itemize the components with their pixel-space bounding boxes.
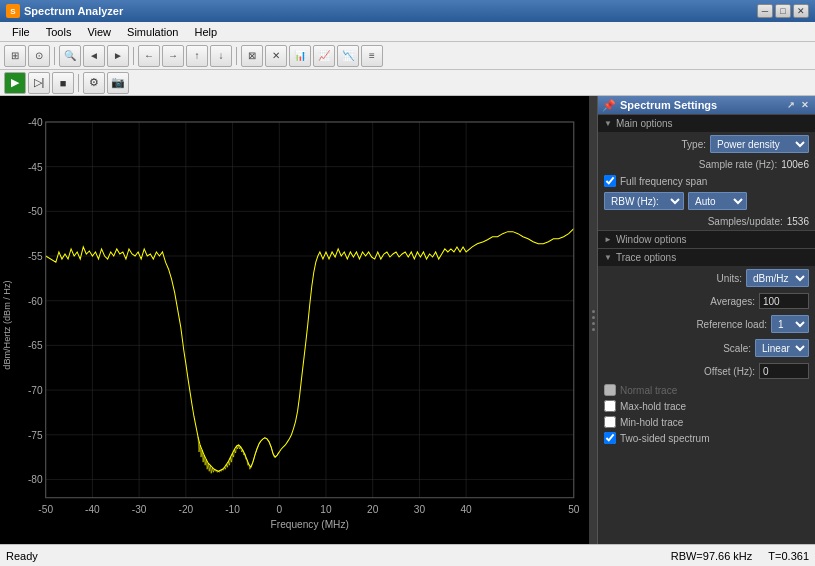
panel-close-button[interactable]: ✕ [799,100,811,110]
type-row: Type: Power density Power spectrum [598,132,815,156]
restore-button[interactable]: □ [775,4,791,18]
svg-text:40: 40 [460,504,472,515]
scale-row: Scale: Linear Log [598,336,815,360]
camera-button[interactable]: 📷 [107,72,129,94]
type-label: Type: [682,139,706,150]
min-hold-label: Min-hold trace [620,417,683,428]
tool-step-forward[interactable]: ► [107,45,129,67]
svg-text:-30: -30 [132,504,147,515]
play-button[interactable]: ▶ [4,72,26,94]
main-content: -40 -45 -50 -55 -60 -65 -70 -75 -80 -50 … [0,96,815,544]
sample-rate-row: Sample rate (Hz): 100e6 [598,156,815,173]
tool-chart3[interactable]: 📉 [337,45,359,67]
tool-open[interactable]: ⊙ [28,45,50,67]
settings-button[interactable]: ⚙ [83,72,105,94]
units-select[interactable]: dBm/Hz dBW/Hz dBm [746,269,809,287]
rbw-type-select[interactable]: RBW (Hz): NBW (Hz): [604,192,684,210]
tool-zoom-left[interactable]: ← [138,45,160,67]
offset-input[interactable] [759,363,809,379]
rbw-value-select[interactable]: Auto Manual [688,192,747,210]
full-freq-label: Full frequency span [620,176,707,187]
tool-new[interactable]: ⊞ [4,45,26,67]
trace-options-header[interactable]: ▼ Trace options [598,248,815,266]
tool-more[interactable]: ≡ [361,45,383,67]
svg-text:-65: -65 [28,340,43,351]
max-hold-label: Max-hold trace [620,401,686,412]
tool-step-back[interactable]: ◄ [83,45,105,67]
sample-rate-label: Sample rate (Hz): [699,159,777,170]
menu-tools[interactable]: Tools [38,24,80,40]
menu-simulation[interactable]: Simulation [119,24,186,40]
close-button[interactable]: ✕ [793,4,809,18]
ref-load-label: Reference load: [696,319,767,330]
panel-title: Spectrum Settings [620,99,717,111]
full-freq-span-row: Full frequency span [598,173,815,189]
stop-button[interactable]: ■ [52,72,74,94]
playback-toolbar: ▶ ▷| ■ ⚙ 📷 [0,70,815,96]
tool-chart2[interactable]: 📈 [313,45,335,67]
min-hold-checkbox[interactable] [604,416,616,428]
min-hold-row: Min-hold trace [598,414,815,430]
two-sided-checkbox[interactable] [604,432,616,444]
window-controls: ─ □ ✕ [757,4,809,18]
main-options-arrow: ▼ [604,119,612,128]
main-options-label: Main options [616,118,673,129]
normal-trace-row: Normal trace [598,382,815,398]
panel-resize-handle[interactable] [589,96,597,544]
tool-zoom-in[interactable]: 🔍 [59,45,81,67]
full-freq-checkbox[interactable] [604,175,616,187]
normal-trace-label: Normal trace [620,385,677,396]
main-options-header[interactable]: ▼ Main options [598,114,815,132]
tool-clear[interactable]: ✕ [265,45,287,67]
window-options-label: Window options [616,234,687,245]
scale-select[interactable]: Linear Log [755,339,809,357]
averages-row: Averages: [598,290,815,312]
ref-load-row: Reference load: 1 50 75 [598,312,815,336]
step-button[interactable]: ▷| [28,72,50,94]
svg-text:-10: -10 [225,504,240,515]
app-icon: S [6,4,20,18]
svg-text:30: 30 [414,504,426,515]
toolbar-separator-3 [236,47,237,65]
tool-chart1[interactable]: 📊 [289,45,311,67]
menu-view[interactable]: View [79,24,119,40]
minimize-button[interactable]: ─ [757,4,773,18]
normal-trace-checkbox[interactable] [604,384,616,396]
svg-text:-20: -20 [179,504,194,515]
status-ready: Ready [6,550,38,562]
trace-options-label: Trace options [616,252,676,263]
status-bar: Ready RBW=97.66 kHz T=0.361 [0,544,815,566]
panel-title-bar: 📌 Spectrum Settings ↗ ✕ [598,96,815,114]
svg-text:dBm/Hertz (dBm / Hz): dBm/Hertz (dBm / Hz) [2,280,12,369]
status-time: T=0.361 [768,550,809,562]
svg-text:-60: -60 [28,296,43,307]
panel-pin-icon[interactable]: 📌 [602,99,616,112]
svg-text:20: 20 [367,504,379,515]
panel-expand-button[interactable]: ↗ [785,100,797,110]
tool-zoom-in-y[interactable]: ↑ [186,45,208,67]
offset-row: Offset (Hz): [598,360,815,382]
window-options-header[interactable]: ► Window options [598,230,815,248]
svg-text:50: 50 [568,504,580,515]
two-sided-row: Two-sided spectrum [598,430,815,446]
two-sided-label: Two-sided spectrum [620,433,709,444]
menu-file[interactable]: File [4,24,38,40]
window-title: Spectrum Analyzer [24,5,123,17]
menu-help[interactable]: Help [186,24,225,40]
tool-zoom-right[interactable]: → [162,45,184,67]
status-rbw: RBW=97.66 kHz [671,550,753,562]
svg-text:-75: -75 [28,430,43,441]
type-select[interactable]: Power density Power spectrum [710,135,809,153]
svg-text:-55: -55 [28,251,43,262]
tool-zoom-out-y[interactable]: ↓ [210,45,232,67]
max-hold-row: Max-hold trace [598,398,815,414]
ref-load-select[interactable]: 1 50 75 [771,315,809,333]
averages-input[interactable] [759,293,809,309]
playback-separator [78,74,79,92]
max-hold-checkbox[interactable] [604,400,616,412]
units-row: Units: dBm/Hz dBW/Hz dBm [598,266,815,290]
settings-panel: 📌 Spectrum Settings ↗ ✕ ▼ Main options T… [597,96,815,544]
svg-rect-0 [0,102,589,539]
tool-cursor[interactable]: ⊠ [241,45,263,67]
svg-text:-40: -40 [85,504,100,515]
